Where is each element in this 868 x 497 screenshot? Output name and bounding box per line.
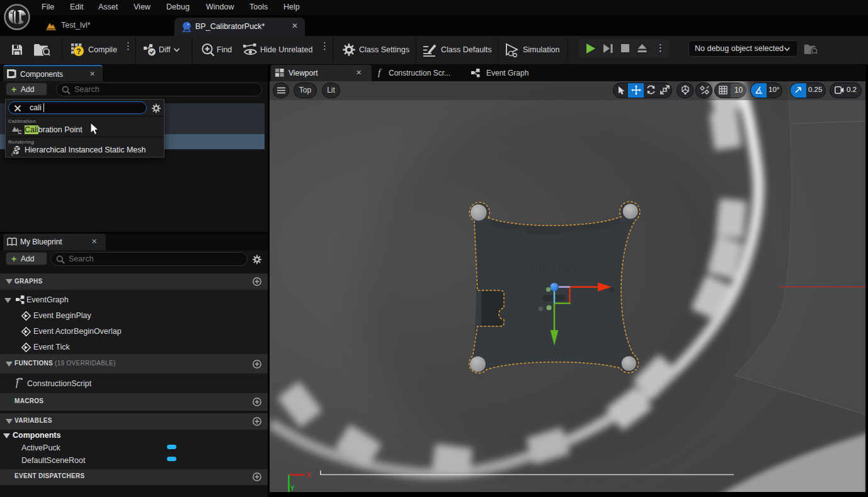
svg-text:X: X (307, 472, 311, 479)
svg-text:?: ? (76, 47, 81, 56)
svg-text:OptiTrack: OptiTrack (530, 262, 580, 274)
svg-text:Y: Y (290, 485, 295, 492)
